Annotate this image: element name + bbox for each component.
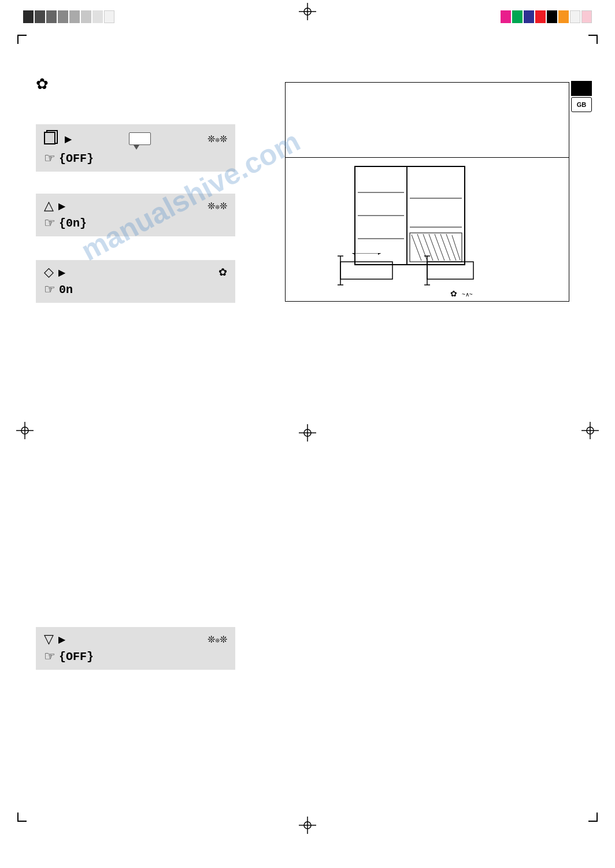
panel-2-arrow: ▶ bbox=[58, 201, 65, 212]
speech-bubble bbox=[129, 132, 151, 145]
panel-4-bottom-row: ☞ {OFF} bbox=[44, 649, 227, 664]
corner-mark-br bbox=[588, 813, 598, 822]
hand-icon-4: ☞ bbox=[44, 649, 55, 664]
corner-mark-bl bbox=[17, 813, 27, 822]
plant-icon: ✿ bbox=[36, 75, 49, 93]
panel-2-icon-right: ❊❊❊ bbox=[208, 200, 227, 212]
panel-1-bottom-row: ☞ {OFF} bbox=[44, 151, 227, 166]
cross-mid-right bbox=[581, 422, 599, 442]
diagram-box: ✿ ~∧~ bbox=[285, 82, 569, 302]
hand-icon-1: ☞ bbox=[44, 151, 55, 166]
diagram-text-area bbox=[286, 83, 569, 158]
panel-4-text: {OFF} bbox=[59, 650, 94, 663]
panel-4-icon-right: ❊❊❊ bbox=[208, 633, 227, 646]
copy-icon bbox=[44, 130, 60, 147]
gb-black-bar bbox=[571, 81, 592, 96]
diamond-icon: ◇ bbox=[44, 266, 54, 279]
corner-mark-tl bbox=[17, 35, 27, 44]
panel-1-arrow: ▶ bbox=[65, 133, 72, 144]
diagram-fridge-area: ✿ ~∧~ bbox=[286, 158, 569, 301]
color-bar-left bbox=[23, 10, 114, 23]
triangle-up-icon: △ bbox=[44, 199, 54, 212]
svg-text:✿: ✿ bbox=[450, 289, 457, 298]
panel-1-text: {OFF} bbox=[59, 152, 94, 165]
panel-1-bubble-area bbox=[76, 132, 203, 145]
panel-3-text: 0n bbox=[59, 283, 73, 296]
panel-3-arrow: ▶ bbox=[58, 267, 65, 278]
panel-1-top-row: ▶ ❊❊❊ bbox=[44, 130, 227, 147]
svg-rect-17 bbox=[407, 166, 465, 265]
cross-mid-left bbox=[16, 422, 34, 442]
bracket-svg: ✿ ~∧~ bbox=[338, 253, 488, 305]
cross-top bbox=[299, 3, 316, 23]
corner-mark-tr bbox=[588, 35, 598, 44]
panel-2: △ ▶ ❊❊❊ ☞ {0n} bbox=[36, 194, 235, 236]
panel-4: ▽ ▶ ❊❊❊ ☞ {OFF} bbox=[36, 627, 235, 670]
panel-3: ◇ ▶ ✿ ☞ 0n bbox=[36, 260, 235, 303]
hand-icon-2: ☞ bbox=[44, 216, 55, 231]
panel-2-top-row: △ ▶ ❊❊❊ bbox=[44, 199, 227, 212]
panel-4-arrow: ▶ bbox=[58, 634, 65, 645]
cross-center bbox=[299, 424, 316, 444]
svg-rect-39 bbox=[427, 262, 473, 279]
panel-1: ▶ ❊❊❊ ☞ {OFF} bbox=[36, 124, 235, 172]
panel-2-text: {0n} bbox=[59, 217, 87, 230]
panel-1-icon-right: ❊❊❊ bbox=[208, 133, 227, 145]
panel-4-top-row: ▽ ▶ ❊❊❊ bbox=[44, 633, 227, 646]
panel-3-top-row: ◇ ▶ ✿ bbox=[44, 266, 227, 279]
gb-label: GB bbox=[577, 101, 587, 108]
hand-icon-3: ☞ bbox=[44, 282, 55, 297]
cross-bottom bbox=[299, 817, 316, 836]
svg-text:~∧~: ~∧~ bbox=[462, 291, 473, 298]
panel-2-bottom-row: ☞ {0n} bbox=[44, 216, 227, 231]
gb-badge: GB bbox=[571, 97, 592, 112]
panel-3-bottom-row: ☞ 0n bbox=[44, 282, 227, 297]
triangle-down-icon: ▽ bbox=[44, 633, 54, 646]
svg-rect-32 bbox=[340, 262, 392, 279]
color-bar-right bbox=[501, 10, 592, 23]
panel-3-icon-right: ✿ bbox=[218, 266, 227, 279]
